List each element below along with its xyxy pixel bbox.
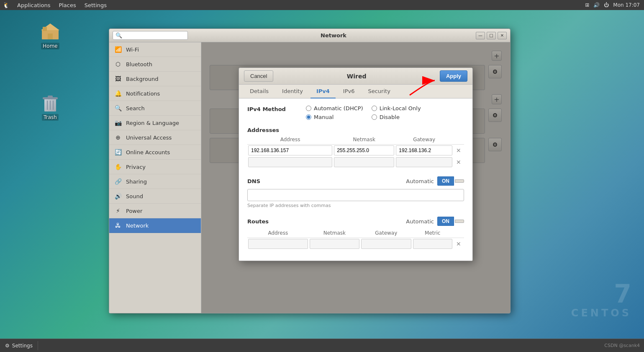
dns-input[interactable] [247,189,464,201]
search-input[interactable] [124,33,187,39]
routes-gateway-input-1[interactable] [361,239,411,249]
ipv4-method-options: Automatic (DHCP) Link-Local Only Manual [306,105,428,120]
option-link-local[interactable]: Link-Local Only [372,105,429,111]
window-title: Network [191,32,476,39]
home-icon-label: Home [41,43,59,49]
netmask-input-1[interactable] [334,145,394,155]
apps-icon: 🐧 [3,2,10,8]
radio-link-local[interactable] [372,106,377,111]
routes-address-input-1[interactable] [248,239,308,249]
option-automatic-dhcp[interactable]: Automatic (DHCP) [306,105,363,111]
delete-route-1-button[interactable]: ✕ [454,239,463,248]
sidebar-item-region[interactable]: 📷 Region & Language [109,116,201,130]
sidebar-item-notifications[interactable]: 🔔 Notifications [109,86,201,101]
dialog-header: Cancel Wired Apply [239,68,472,85]
sound-icon: 🔊 [593,2,600,8]
dns-auto-controls: Automatic ON [406,176,464,186]
sidebar-item-network-label: Network [126,223,149,229]
address-input-2[interactable] [248,157,332,167]
sidebar: 📶 Wi-Fi ⬡ Bluetooth 🖼 Background 🔔 Notif… [109,42,201,313]
places-menu[interactable]: Places [55,1,79,9]
cancel-button[interactable]: Cancel [244,70,273,82]
close-button[interactable]: ✕ [498,32,507,39]
routes-netmask-input-1[interactable] [310,239,359,249]
taskbar-settings-icon: ⚙ [5,343,10,349]
background-icon: 🖼 [114,75,122,83]
sidebar-item-bluetooth[interactable]: ⬡ Bluetooth [109,57,201,72]
sidebar-item-sharing-label: Sharing [126,179,147,185]
sidebar-item-sound-label: Sound [126,193,143,199]
routes-label: Routes [247,218,269,225]
sidebar-item-wifi-label: Wi-Fi [126,47,139,53]
applications-menu[interactable]: Applications [14,1,54,9]
tab-identity[interactable]: Identity [276,85,309,98]
privacy-icon: ✋ [114,163,122,171]
address-input-1[interactable] [248,145,332,155]
sound-sidebar-icon: 🔊 [114,192,122,200]
sidebar-item-sharing[interactable]: 🔗 Sharing [109,174,201,189]
tab-ipv6[interactable]: IPv6 [337,85,361,98]
sidebar-item-privacy[interactable]: ✋ Privacy [109,160,201,174]
clock: Mon 17:07 [613,2,640,8]
svg-rect-9 [48,96,53,98]
sidebar-item-network[interactable]: 🖧 Network [109,218,201,233]
routes-row-1: ✕ [247,238,464,250]
sidebar-item-notifications-label: Notifications [126,91,160,97]
delete-address-2-button[interactable]: ✕ [454,158,463,167]
routes-metric-input-1[interactable] [413,239,452,249]
taskbar-settings-item[interactable]: ⚙ Settings [0,341,38,350]
routes-auto-controls: Automatic ON [406,217,464,226]
radio-manual[interactable] [306,114,311,120]
tab-details[interactable]: Details [244,85,275,98]
maximize-button[interactable]: □ [487,32,496,39]
routes-address-col-header: Address [247,229,309,238]
routes-netmask-col-header: Netmask [309,229,360,238]
window-controls: — □ ✕ [476,32,507,39]
sidebar-item-online-accounts[interactable]: 🔄 Online Accounts [109,145,201,160]
tab-security[interactable]: Security [362,85,396,98]
option-automatic-dhcp-label: Automatic (DHCP) [314,105,363,111]
option-manual[interactable]: Manual [306,114,363,120]
sidebar-item-wifi[interactable]: 📶 Wi-Fi [109,42,201,57]
radio-disable[interactable] [372,114,377,120]
option-manual-label: Manual [314,114,334,120]
gateway-input-2[interactable] [396,157,452,167]
netmask-input-2[interactable] [334,157,394,167]
centos-watermark: 7 CENTOS [571,280,631,318]
routes-header: Routes Automatic ON [247,217,464,226]
gateway-input-1[interactable] [396,145,452,155]
settings-menu[interactable]: Settings [81,1,110,9]
home-icon[interactable]: Home [33,21,67,49]
desktop: 🐧 Applications Places Settings ⊞ 🔊 ⏻ Mon… [0,0,644,352]
sidebar-item-background[interactable]: 🖼 Background [109,72,201,86]
dns-toggle-off-button[interactable] [455,179,464,183]
sidebar-item-universal-access[interactable]: ⊕ Universal Access [109,130,201,145]
trash-icon[interactable]: Trash [33,92,67,121]
routes-toggle-on-button[interactable]: ON [437,217,454,226]
sidebar-item-sound[interactable]: 🔊 Sound [109,189,201,204]
dns-toggle-on-button[interactable]: ON [437,176,454,186]
dns-hint: Separate IP addresses with commas [247,203,464,208]
apply-button[interactable]: Apply [440,70,467,82]
sidebar-item-search[interactable]: 🔍 Search [109,101,201,116]
addresses-table: Address Netmask Gateway [247,136,464,168]
tab-ipv4[interactable]: IPv4 [310,85,336,98]
dns-toggle: ON [437,176,464,186]
delete-address-1-button[interactable]: ✕ [454,146,463,155]
sidebar-item-region-label: Region & Language [126,120,179,126]
radio-automatic-dhcp[interactable] [306,106,311,111]
sidebar-item-online-accounts-label: Online Accounts [126,149,170,155]
option-disable[interactable]: Disable [372,114,429,120]
csdn-label: CSDN @scank4 [604,343,640,348]
sharing-icon: 🔗 [114,178,122,185]
dialog-content: IPv4 Method Automatic (DHCP) Link-Local … [239,98,472,261]
search-box[interactable]: 🔍 [113,31,188,40]
address-col-header: Address [247,136,333,145]
sidebar-item-power[interactable]: ⚡ Power [109,204,201,218]
dns-automatic-label: Automatic [406,178,434,184]
sidebar-item-background-label: Background [126,76,159,82]
bluetooth-icon: ⬡ [114,60,122,68]
wifi-icon: 📶 [114,46,122,53]
routes-toggle-off-button[interactable] [455,220,464,223]
minimize-button[interactable]: — [476,32,485,39]
